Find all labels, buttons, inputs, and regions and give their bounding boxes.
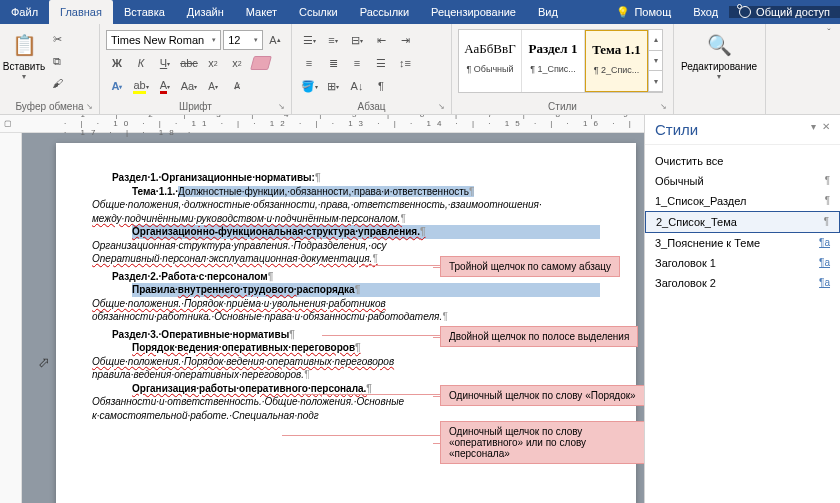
style-item-1[interactable]: Раздел 1 ¶ 1_Спис...	[522, 30, 585, 92]
subscript-button[interactable]: x2	[202, 53, 224, 73]
tab-insert[interactable]: Вставка	[113, 0, 176, 24]
align-left[interactable]: ≡	[298, 53, 320, 73]
gallery-down-icon[interactable]: ▾	[648, 51, 662, 72]
line-spacing[interactable]: ↕≡	[394, 53, 416, 73]
dialog-launcher-icon[interactable]: ↘	[438, 102, 445, 111]
outdent-button[interactable]: ⇤	[370, 30, 392, 50]
change-case[interactable]: Aa▾	[178, 76, 200, 96]
collapse-ribbon-icon[interactable]: ˇ	[818, 24, 840, 114]
borders-button[interactable]: ⊞▾	[322, 76, 344, 96]
style-h1[interactable]: Заголовок 1¶a	[645, 253, 840, 273]
strike-button[interactable]: abc	[178, 53, 200, 73]
clipboard-icon: 📋	[10, 31, 38, 59]
style-clear[interactable]: Очистить все	[645, 151, 840, 171]
bullets-button[interactable]: ☰▾	[298, 30, 320, 50]
style-item-normal[interactable]: АаБбВвГ ¶ Обычный	[459, 30, 522, 92]
grow-font[interactable]: A▴	[265, 30, 285, 50]
tab-review[interactable]: Рецензирование	[420, 0, 527, 24]
align-center[interactable]: ≣	[322, 53, 344, 73]
align-right[interactable]: ≡	[346, 53, 368, 73]
ruler-vertical[interactable]	[0, 133, 22, 503]
sort-button[interactable]: A↓	[346, 76, 368, 96]
ruler-horizontal[interactable]: ▢ · 1 · | · 2 · | · 3 · | · 4 · | · 5 · …	[0, 115, 644, 133]
gallery-more-icon[interactable]: ▾	[648, 71, 662, 92]
find-icon: 🔍	[705, 31, 733, 59]
copy-button[interactable]: ⧉	[46, 51, 68, 71]
style-item-2[interactable]: Тема 1.1 ¶ 2_Спис...	[585, 30, 648, 92]
text-effects[interactable]: A▾	[106, 76, 128, 96]
style-h2[interactable]: Заголовок 2¶a	[645, 273, 840, 293]
share-button[interactable]: Общий доступ	[729, 6, 840, 18]
dialog-launcher-icon[interactable]: ↘	[86, 102, 93, 111]
tell-me[interactable]: 💡Помощ	[605, 6, 682, 19]
tab-file[interactable]: Файл	[0, 0, 49, 24]
paste-button[interactable]: 📋 Вставить ▾	[4, 27, 44, 99]
share-icon	[739, 6, 751, 18]
style-list2[interactable]: 2_Список_Тема¶	[645, 211, 840, 233]
style-normal[interactable]: Обычный¶	[645, 171, 840, 191]
style-note[interactable]: 3_Пояснение к Теме¶a	[645, 233, 840, 253]
underline-button[interactable]: Ч▾	[154, 53, 176, 73]
tab-layout[interactable]: Макет	[235, 0, 288, 24]
pane-title: Стили	[655, 121, 698, 138]
bold-button[interactable]: Ж	[106, 53, 128, 73]
format-painter[interactable]: 🖌	[46, 73, 68, 93]
shrink-font[interactable]: A▾	[202, 76, 224, 96]
tab-design[interactable]: Дизайн	[176, 0, 235, 24]
shading-button[interactable]: 🪣▾	[298, 76, 320, 96]
tab-mail[interactable]: Рассылки	[349, 0, 420, 24]
tab-home[interactable]: Главная	[49, 0, 113, 24]
ribbon: 📋 Вставить ▾ ✂ ⧉ 🖌 Буфер обмена↘ Times N…	[0, 24, 840, 115]
indent-button[interactable]: ⇥	[394, 30, 416, 50]
tab-references[interactable]: Ссылки	[288, 0, 349, 24]
style-list1[interactable]: 1_Список_Раздел¶	[645, 191, 840, 211]
style-gallery: АаБбВвГ ¶ Обычный Раздел 1 ¶ 1_Спис... Т…	[458, 29, 663, 93]
tab-view[interactable]: Вид	[527, 0, 569, 24]
highlight-button[interactable]: ab▾	[130, 76, 152, 96]
callout-4: Одиночный щелчок по слову «оперативного»…	[440, 421, 644, 464]
align-justify[interactable]: ☰	[370, 53, 392, 73]
dialog-launcher-icon[interactable]: ↘	[278, 102, 285, 111]
callout-3: Одиночный щелчок по слову «Порядок»	[440, 385, 644, 406]
menubar: Файл Главная Вставка Дизайн Макет Ссылки…	[0, 0, 840, 24]
pane-close-icon[interactable]: ✕	[822, 121, 830, 138]
font-selector[interactable]: Times New Roman▾	[106, 30, 221, 50]
editing-button[interactable]: 🔍 Редактирование ▾	[678, 27, 760, 99]
document-area: ▢ · 1 · | · 2 · | · 3 · | · 4 · | · 5 · …	[0, 115, 644, 503]
cut-button[interactable]: ✂	[46, 29, 68, 49]
callout-1: Тройной щелчок по самому абзацу	[440, 256, 620, 277]
callout-2: Двойной щелчок по полосе выделения	[440, 326, 638, 347]
superscript-button[interactable]: x2	[226, 53, 248, 73]
pane-pin-icon[interactable]: ▾	[811, 121, 816, 138]
multilevel-button[interactable]: ⊟▾	[346, 30, 368, 50]
italic-button[interactable]: К	[130, 53, 152, 73]
eraser-icon[interactable]	[250, 53, 272, 73]
show-marks[interactable]: ¶	[370, 76, 392, 96]
font-size-selector[interactable]: 12▾	[223, 30, 263, 50]
gallery-up-icon[interactable]: ▴	[648, 30, 662, 51]
numbering-button[interactable]: ≡▾	[322, 30, 344, 50]
styles-pane: Стили ▾✕ Очистить все Обычный¶ 1_Список_…	[644, 115, 840, 503]
font-color[interactable]: A▾	[154, 76, 176, 96]
login[interactable]: Вход	[682, 6, 729, 18]
clear-format[interactable]: A̷	[226, 76, 248, 96]
dialog-launcher-icon[interactable]: ↘	[660, 102, 667, 111]
cursor-icon: ⬀	[38, 353, 50, 372]
